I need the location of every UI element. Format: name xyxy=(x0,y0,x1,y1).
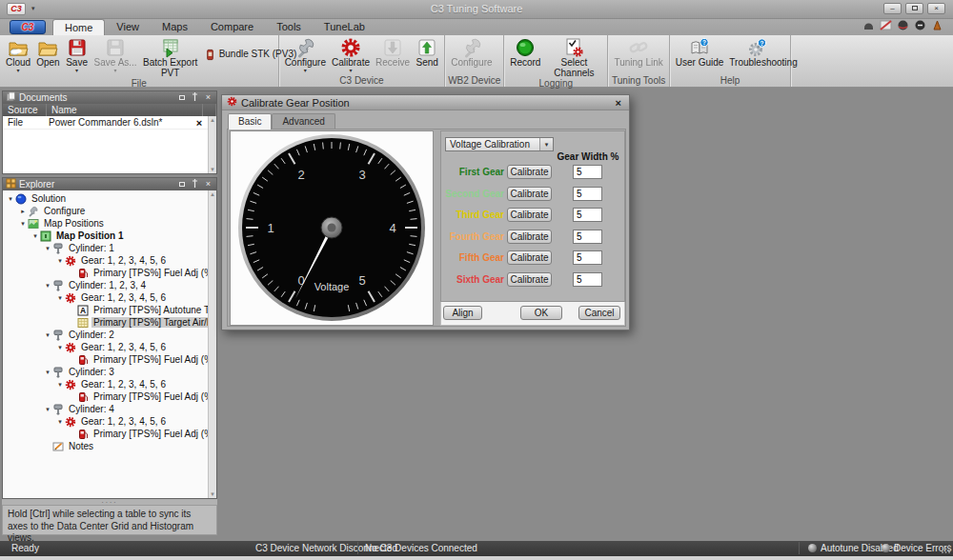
tree-item[interactable]: ▾Cylinder: 4 xyxy=(3,403,208,415)
chevron-down-icon[interactable]: ▾ xyxy=(539,138,553,150)
save-button[interactable]: Save▾ xyxy=(63,36,91,73)
tree-item[interactable]: Primary [TPS%] Fuel Adj (%) xyxy=(3,428,208,440)
tab-compare[interactable]: Compare xyxy=(199,19,265,35)
tree-item[interactable]: ▾Solution xyxy=(3,192,208,205)
tab-maps[interactable]: Maps xyxy=(151,19,199,35)
gear-width-input-6[interactable] xyxy=(573,272,602,287)
dialog-close-icon[interactable]: × xyxy=(613,97,624,109)
explorer-scrollbar[interactable]: ▲▼ xyxy=(208,190,216,498)
tab-tools[interactable]: Tools xyxy=(265,19,313,35)
collapse-icon[interactable]: ▾ xyxy=(43,245,52,252)
helmet-icon[interactable] xyxy=(862,19,875,31)
collapse-icon[interactable]: ▾ xyxy=(55,344,65,351)
send-button[interactable]: Send xyxy=(413,36,441,69)
tree-item[interactable]: ▾Cylinder: 2 xyxy=(3,329,208,341)
svg-text:Voltage: Voltage xyxy=(314,281,350,292)
user-guide-button[interactable]: ?User Guide xyxy=(673,36,727,69)
document-close-icon[interactable]: × xyxy=(191,116,208,129)
calibrate-button-4[interactable]: Calibrate xyxy=(507,230,552,244)
collapse-icon[interactable]: ▾ xyxy=(55,418,65,426)
button-label: Configure xyxy=(285,58,326,69)
collapse-icon[interactable]: ▾ xyxy=(43,369,52,376)
decal-icon[interactable] xyxy=(880,19,892,31)
gear-width-input-4[interactable] xyxy=(573,230,602,244)
tree-item[interactable]: ▾Map Positions xyxy=(3,217,208,230)
tree-item[interactable]: Primary [TPS%] Target Air/Fuel (AFR) xyxy=(3,316,208,329)
minimize-button[interactable]: – xyxy=(883,3,902,14)
tree-item[interactable]: ▾Gear: 1, 2, 3, 4, 5, 6 xyxy=(3,254,208,267)
resize-grip[interactable] xyxy=(942,544,951,555)
align-button[interactable]: Align xyxy=(443,306,482,320)
calibrate-button-2[interactable]: Calibrate xyxy=(507,187,552,201)
collapse-icon[interactable]: ▾ xyxy=(43,282,52,290)
gear-width-input-2[interactable] xyxy=(573,187,602,201)
calibration-mode-dropdown[interactable]: Voltage Calibration ▾ xyxy=(445,137,554,151)
maximize-button[interactable] xyxy=(905,3,923,14)
documents-close-icon[interactable]: × xyxy=(203,92,213,103)
tree-item[interactable]: ▾Map Position 1 xyxy=(3,230,208,242)
documents-pin-icon[interactable] xyxy=(190,91,200,104)
calibrate-button-6[interactable]: Calibrate xyxy=(507,272,552,287)
tree-item[interactable]: Primary [TPS%] Fuel Adj (%) xyxy=(3,267,208,279)
documents-column-headers[interactable]: Source Name xyxy=(3,104,216,116)
collapse-icon[interactable]: ▾ xyxy=(55,257,65,265)
cloud-button[interactable]: Cloud▾ xyxy=(3,36,33,73)
dialog-titlebar[interactable]: Calibrate Gear Position × xyxy=(222,95,629,110)
bundle-stk-pv3-button[interactable]: Bundle STK (PV3) xyxy=(201,48,275,61)
collapse-icon[interactable]: ▾ xyxy=(55,381,65,389)
record-button[interactable]: Record xyxy=(507,36,543,69)
collapse-icon[interactable]: ▾ xyxy=(30,232,40,240)
expand-icon[interactable]: ▸ xyxy=(18,208,28,215)
application-menu-button[interactable]: C3 xyxy=(10,20,46,34)
tree-item[interactable]: ▾Cylinder: 1, 2, 3, 4 xyxy=(3,279,208,291)
tree-item[interactable]: ▾Cylinder: 3 xyxy=(3,366,208,378)
explorer-close-icon[interactable]: × xyxy=(203,179,213,190)
documents-maximize-icon[interactable] xyxy=(176,92,187,103)
troubleshooting-button[interactable]: ?Troubleshooting xyxy=(726,36,787,69)
tab-home[interactable]: Home xyxy=(52,19,105,35)
tree-item[interactable]: ▾Gear: 1, 2, 3, 4, 5, 6 xyxy=(3,291,208,304)
ok-button[interactable]: OK xyxy=(520,306,562,320)
tree-item[interactable]: APrimary [TPS%] Autotune Trim (%) xyxy=(3,304,208,316)
tree-item[interactable]: Notes xyxy=(3,440,208,452)
select-channels-button[interactable]: Select Channels xyxy=(543,36,604,78)
gear-width-input-5[interactable] xyxy=(573,250,602,265)
gear-width-input-3[interactable] xyxy=(573,208,602,222)
tree-item[interactable]: ▾Gear: 1, 2, 3, 4, 5, 6 xyxy=(3,378,208,390)
ribbon-group-tuning-tools: Tuning LinkTuning Tools xyxy=(608,35,669,87)
collapse-icon[interactable]: ▾ xyxy=(6,195,15,203)
helmet-stripe-icon[interactable] xyxy=(897,19,909,31)
tab-tunelab[interactable]: TuneLab xyxy=(313,19,376,35)
documents-scrollbar[interactable]: ▲▼ xyxy=(208,116,216,173)
collapse-icon[interactable]: ▾ xyxy=(43,406,52,413)
calibrate-button-1[interactable]: Calibrate xyxy=(507,165,552,179)
close-button[interactable]: × xyxy=(927,3,945,14)
tree-item[interactable]: Primary [TPS%] Fuel Adj (%) xyxy=(3,353,208,366)
column-name[interactable]: Name xyxy=(47,104,203,116)
dialog-tab-basic[interactable]: Basic xyxy=(228,113,272,130)
tree-item[interactable]: ▾Gear: 1, 2, 3, 4, 5, 6 xyxy=(3,415,208,428)
calibrate-button-5[interactable]: Calibrate xyxy=(507,250,552,265)
collapse-icon[interactable]: ▾ xyxy=(18,220,28,228)
tree-item[interactable]: ▸Configure xyxy=(3,205,208,217)
calibrate-button[interactable]: Calibrate▾ xyxy=(329,36,373,73)
dialog-tab-advanced[interactable]: Advanced xyxy=(272,113,335,130)
calibrate-button-3[interactable]: Calibrate xyxy=(507,208,552,222)
cone-icon[interactable] xyxy=(931,19,943,31)
tree-item[interactable]: ▾Gear: 1, 2, 3, 4, 5, 6 xyxy=(3,341,208,353)
tree-item[interactable]: ▾Cylinder: 1 xyxy=(3,242,208,254)
open-button[interactable]: Open xyxy=(33,36,62,69)
cancel-button[interactable]: Cancel xyxy=(578,306,620,320)
collapse-icon[interactable]: ▾ xyxy=(55,294,65,302)
batch-export-pvt-button[interactable]: Batch Export PVT xyxy=(140,36,201,78)
explorer-maximize-icon[interactable] xyxy=(176,179,187,190)
collapse-icon[interactable]: ▾ xyxy=(43,331,52,339)
tree-item[interactable]: Primary [TPS%] Fuel Adj (%) xyxy=(3,390,208,403)
column-source[interactable]: Source xyxy=(3,104,47,116)
explorer-pin-icon[interactable] xyxy=(190,178,200,190)
document-row[interactable]: File Power Commander 6.dsln* × xyxy=(3,116,208,130)
tab-view[interactable]: View xyxy=(105,19,151,35)
visor-icon[interactable] xyxy=(914,19,926,31)
gear-width-input-1[interactable] xyxy=(573,165,602,179)
configure-button[interactable]: Configure▾ xyxy=(282,36,329,73)
